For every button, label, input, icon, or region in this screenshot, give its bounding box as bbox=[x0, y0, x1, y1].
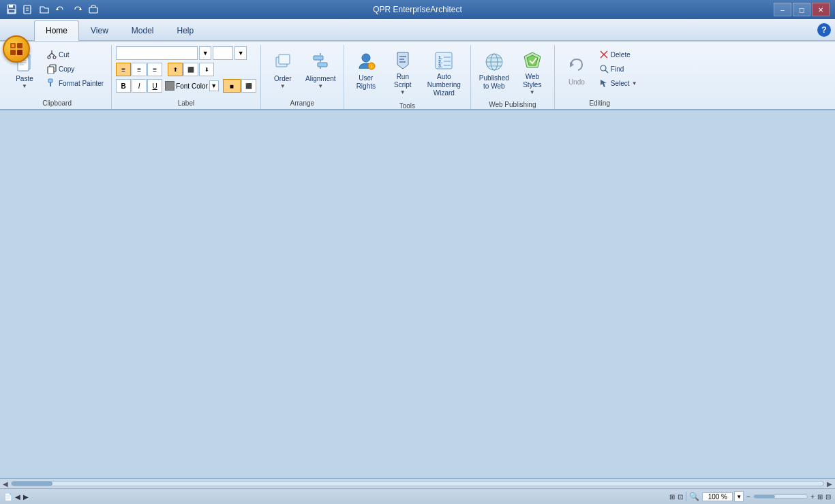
status-bar: 📄 ◀ ▶ ⊞ ⊡ 🔍 ▼ − + ⊞ ⊟ bbox=[0, 488, 835, 504]
copy-button[interactable]: Copy bbox=[44, 62, 107, 76]
bold-button[interactable]: B bbox=[116, 79, 131, 93]
cut-label: Cut bbox=[59, 51, 70, 59]
font-family-dropdown[interactable]: ▼ bbox=[199, 46, 211, 60]
qat-extra[interactable] bbox=[87, 3, 100, 16]
zoom-slider-minus[interactable]: − bbox=[746, 493, 750, 501]
svg-marker-6 bbox=[56, 7, 59, 10]
align-right-button[interactable]: ≡ bbox=[147, 63, 162, 76]
scroll-left-btn[interactable]: ◀ bbox=[3, 480, 8, 488]
svg-rect-11 bbox=[10, 50, 16, 55]
zoom-fit-page[interactable]: ⊞ bbox=[817, 493, 823, 501]
select-icon bbox=[599, 78, 609, 88]
web-styles-icon bbox=[521, 50, 543, 72]
cut-button[interactable]: Cut bbox=[44, 48, 107, 61]
minimize-button[interactable]: – bbox=[774, 3, 791, 16]
qat-undo[interactable] bbox=[55, 3, 67, 16]
scroll-right-btn[interactable]: ▶ bbox=[827, 480, 832, 488]
menu-bar-container: Home View Model Help ? bbox=[0, 19, 835, 42]
menu-tab-model[interactable]: Model bbox=[120, 20, 166, 40]
editing-content: Undo Delete bbox=[559, 46, 641, 98]
font-family-input[interactable] bbox=[116, 46, 198, 60]
ribbon-group-web-publishing: Publishedto Web WebStyles ▼ Web Publi bbox=[471, 45, 555, 109]
order-button[interactable]: Order ▼ bbox=[265, 46, 301, 95]
alignment-label: Alignment bbox=[305, 75, 335, 83]
zoom-slider[interactable] bbox=[753, 494, 808, 499]
align-top-button[interactable]: ⬆ bbox=[168, 63, 183, 76]
run-script-button[interactable]: RunScript ▼ bbox=[385, 46, 421, 99]
svg-rect-30 bbox=[279, 54, 290, 64]
scroll-track bbox=[11, 481, 824, 486]
qat-redo[interactable] bbox=[71, 3, 83, 16]
app-button[interactable] bbox=[3, 35, 30, 63]
editing-group-label: Editing bbox=[559, 98, 641, 109]
font-size-dropdown[interactable]: ▼ bbox=[234, 46, 247, 60]
menu-tab-help[interactable]: Help bbox=[166, 20, 206, 40]
web-styles-label: WebStyles bbox=[523, 73, 541, 89]
ribbon-group-tools: ! UserRights RunScri bbox=[344, 45, 471, 109]
menu-tab-view[interactable]: View bbox=[79, 20, 120, 40]
select-label: Select bbox=[611, 80, 630, 87]
main-canvas bbox=[0, 110, 835, 478]
undo-label: Undo bbox=[568, 78, 585, 86]
copy-label: Copy bbox=[59, 65, 74, 73]
font-color-dropdown[interactable]: ▼ bbox=[209, 80, 219, 91]
user-rights-icon: ! bbox=[355, 51, 377, 73]
status-page-indicator: 📄 bbox=[4, 493, 12, 501]
horizontal-scrollbar[interactable]: ◀ ▶ bbox=[0, 478, 835, 488]
status-arrow-left[interactable]: ◀ bbox=[15, 493, 20, 501]
menu-tab-home[interactable]: Home bbox=[34, 20, 79, 41]
label-group-label: Label bbox=[116, 98, 256, 109]
published-to-web-button[interactable]: Publishedto Web bbox=[475, 46, 513, 95]
fill-button[interactable]: ■ bbox=[223, 79, 241, 93]
help-button[interactable]: ? bbox=[817, 23, 831, 37]
svg-point-55 bbox=[601, 65, 606, 71]
zoom-slider-plus[interactable]: + bbox=[810, 493, 815, 501]
ribbon-group-arrange: Order ▼ Alignment ▼ Arrange bbox=[261, 45, 344, 109]
zoom-dropdown[interactable]: ▼ bbox=[734, 491, 744, 502]
alignment-dd[interactable]: ▼ bbox=[318, 83, 323, 90]
font-size-input[interactable] bbox=[213, 46, 233, 60]
auto-numbering-button[interactable]: 1. 2. 3. Auto NumberingWizard bbox=[422, 46, 466, 101]
tools-content: ! UserRights RunScri bbox=[348, 46, 466, 101]
qat-new[interactable] bbox=[22, 3, 34, 16]
italic-button[interactable]: I bbox=[132, 79, 147, 93]
user-rights-button[interactable]: ! UserRights bbox=[348, 46, 384, 95]
run-script-dd[interactable]: ▼ bbox=[400, 89, 406, 96]
order-icon bbox=[272, 52, 294, 74]
align-bottom-button[interactable]: ⬇ bbox=[199, 63, 214, 76]
undo-button[interactable]: Undo bbox=[559, 46, 594, 95]
align-left-button[interactable]: ≡ bbox=[116, 63, 131, 76]
align-center-button[interactable]: ≡ bbox=[132, 63, 147, 76]
svg-line-23 bbox=[52, 53, 55, 56]
order-dd[interactable]: ▼ bbox=[280, 83, 286, 90]
paste-dropdown-arrow[interactable]: ▼ bbox=[22, 83, 27, 90]
close-button[interactable]: ✕ bbox=[812, 3, 830, 16]
format-painter-button[interactable]: Format Painter bbox=[44, 76, 107, 90]
qat-open[interactable] bbox=[38, 3, 50, 16]
text-valign-button[interactable]: ⬛ bbox=[241, 79, 256, 93]
scroll-thumb[interactable] bbox=[12, 482, 52, 486]
select-dd[interactable]: ▼ bbox=[632, 80, 637, 86]
alignment-button[interactable]: Alignment ▼ bbox=[302, 46, 339, 95]
svg-text:3.: 3. bbox=[438, 63, 442, 68]
menu-bar: Home View Model Help ? bbox=[0, 19, 835, 41]
select-button[interactable]: Select ▼ bbox=[596, 76, 641, 90]
delete-button[interactable]: Delete bbox=[596, 48, 641, 61]
web-styles-button[interactable]: WebStyles ▼ bbox=[515, 46, 550, 99]
title-bar-left bbox=[5, 3, 100, 16]
zoom-fit-width[interactable]: ⊟ bbox=[825, 493, 831, 501]
zoom-out-btn[interactable]: 🔍 bbox=[689, 492, 699, 501]
align-middle-button[interactable]: ⬛ bbox=[183, 63, 198, 76]
status-arrow-right[interactable]: ▶ bbox=[23, 493, 29, 501]
svg-rect-26 bbox=[48, 67, 54, 74]
find-button[interactable]: Find bbox=[596, 62, 641, 76]
web-styles-dd[interactable]: ▼ bbox=[530, 89, 535, 96]
format-painter-icon bbox=[47, 78, 57, 88]
restore-button[interactable]: ◻ bbox=[793, 3, 810, 16]
zoom-input[interactable] bbox=[702, 492, 733, 501]
qat-save[interactable] bbox=[5, 3, 18, 16]
svg-point-21 bbox=[53, 56, 56, 59]
clipboard-group-label: Clipboard bbox=[7, 98, 107, 109]
underline-button[interactable]: U bbox=[147, 79, 162, 93]
zoom-display: ▼ bbox=[702, 491, 744, 502]
